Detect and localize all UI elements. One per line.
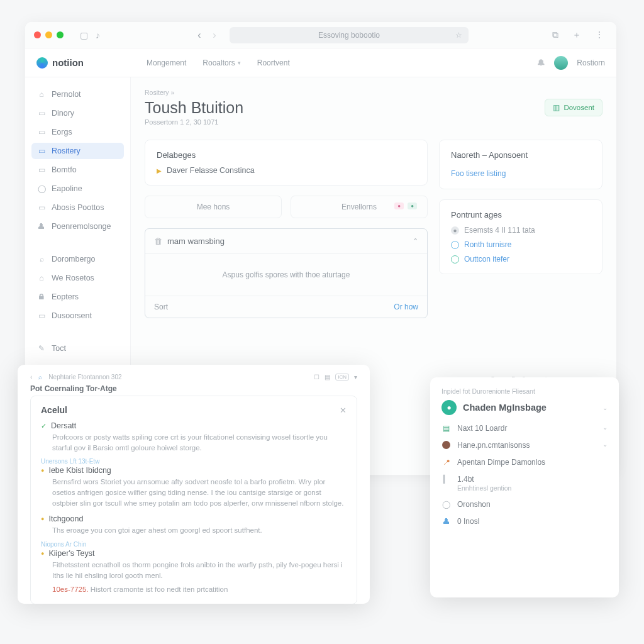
trash-icon: 🗑︎ xyxy=(154,236,162,246)
database-row[interactable]: ▶ Daver Felasse Constinca xyxy=(157,166,416,175)
page-subtitle: Possertorn 1 2, 30 1071 xyxy=(145,118,243,126)
titlebar: ▢ ♪ ‹ › Essoving bobootio ☆ ⧉ ＋ ⋮ xyxy=(25,22,616,48)
sidebar-item-werosetos[interactable]: ⌂We Rosetos xyxy=(31,270,124,286)
new-tab-icon[interactable]: ＋ xyxy=(569,30,585,41)
nav-forward-button[interactable]: › xyxy=(207,28,222,43)
bookmark-icon[interactable]: ☆ xyxy=(455,31,462,40)
menu-icon[interactable]: ⋮ xyxy=(591,30,608,41)
sidebar-item-eapoline[interactable]: ◯Eapoline xyxy=(31,180,124,197)
top-tabs: Mongement Rooaltors▾ Roortvent xyxy=(147,58,290,67)
dot-icon: ● xyxy=(451,226,459,235)
list-item[interactable]: ▎1.4btEnnhtinesl gention xyxy=(441,475,608,492)
searchbar-text: Essoving bobootio xyxy=(318,31,380,40)
mini-tag: ● xyxy=(408,203,417,209)
person-icon: 👤︎ xyxy=(37,222,46,231)
warning-panel: 🗑︎ mam wamsbing ⌃ Aspus golfis spores wi… xyxy=(145,228,428,318)
list-item[interactable]: Outtcon itefer xyxy=(451,255,591,264)
toolbar-icon[interactable]: ☐ xyxy=(314,374,319,380)
home-icon: ⌂ xyxy=(37,90,46,99)
avatar[interactable] xyxy=(554,56,568,70)
username[interactable]: Rostiorn xyxy=(577,58,605,67)
doc-icon: ▭ xyxy=(37,109,46,118)
tab-card-meehons[interactable]: Mee hons xyxy=(145,196,282,218)
listing-link[interactable]: Foo tisere listing xyxy=(451,169,506,178)
entry-title: Iebe Kbist Ibidcng xyxy=(48,466,111,475)
pencil-icon: ✎ xyxy=(37,344,46,353)
mini-tag: ● xyxy=(394,203,404,209)
entry-title: Kiiper's Teyst xyxy=(48,549,94,558)
tab-card-envellorns[interactable]: Envellorns ● ● xyxy=(291,196,428,218)
list-item[interactable]: 📍︎Apentan Dimpe Damonlos xyxy=(441,458,608,467)
panel-crumb: Inpidel fot Durorenionte Fliesant xyxy=(441,387,608,395)
sidebar-toggle-icon[interactable]: ▢ xyxy=(76,30,92,40)
entry-body: Fithetsstent ecnatholl os thorm pongine … xyxy=(52,560,347,580)
sidebar-item-dorombergo[interactable]: ⌕Dorombergo xyxy=(31,251,124,267)
maximize-window-icon[interactable] xyxy=(57,31,64,38)
entry-body: Ths eroage you con gtoi ager ahest om go… xyxy=(52,525,347,536)
chevron-down-icon[interactable]: ▾ xyxy=(354,374,357,380)
close-icon[interactable]: ✕ xyxy=(340,406,347,415)
entry-title: Itchgoond xyxy=(48,514,83,523)
breadcrumb[interactable]: Rositery » xyxy=(145,89,602,96)
tab-management[interactable]: Mongement xyxy=(147,58,186,67)
pin-icon: 📍︎ xyxy=(441,458,451,467)
chevron-down-icon: ▾ xyxy=(238,60,241,66)
sidebar-item-abosis[interactable]: ▭Abosis Poottos xyxy=(31,199,124,216)
sort-button[interactable]: Sort xyxy=(154,303,168,311)
bar-icon: ▎ xyxy=(441,475,451,484)
sidebar-item-toct[interactable]: ✎Toct xyxy=(31,340,124,357)
bell-icon[interactable]: 🔔︎ xyxy=(536,58,545,68)
lock-icon: 🔒︎ xyxy=(37,292,46,301)
sidebar-item-bomtfo[interactable]: ▭Bomtfo xyxy=(31,162,124,178)
back-icon[interactable]: ‹ xyxy=(30,374,32,380)
card-title: Pontrunt ages xyxy=(451,210,591,219)
sidebar-item-pernolot[interactable]: ⌂Pernolot xyxy=(31,86,124,103)
modal: Acelul ✕ ✓Dersatt Profcoors or posty wat… xyxy=(30,396,357,604)
chevron-down-icon[interactable]: ⌄ xyxy=(602,404,608,411)
ok-button[interactable]: Or how xyxy=(394,303,418,311)
list-item[interactable]: ▤Naxt 10 Loardr⌄ xyxy=(441,424,608,433)
doc-icon: ▭ xyxy=(37,128,46,136)
nav-back-button[interactable]: ‹ xyxy=(192,28,207,43)
list-item[interactable]: Ronth turnisre xyxy=(451,240,591,249)
triangle-icon: ▶ xyxy=(157,167,162,174)
search-icon: ⌕ xyxy=(37,255,46,264)
url-searchbar[interactable]: Essoving bobootio ☆ xyxy=(230,27,469,43)
entry-meta: Niopons Ar Chin xyxy=(41,541,347,548)
page-title: Toush Btuition xyxy=(145,99,243,117)
minimize-window-icon[interactable] xyxy=(45,31,52,38)
profile-panel: Inpidel fot Durorenionte Fliesant ● Chad… xyxy=(430,377,619,597)
entry-title: Dersatt xyxy=(51,421,76,430)
entry-body: Profcoors or posty watts spiling core cr… xyxy=(52,432,347,453)
sidebar-item-eopters[interactable]: 🔒︎Eopters xyxy=(31,289,124,305)
chevron-icon: ⌄ xyxy=(602,441,608,448)
brand-logo[interactable]: notiion xyxy=(36,57,84,69)
avatar[interactable]: ● xyxy=(441,400,457,415)
sidebar-item-dusoorsent[interactable]: ▭Dusoorsent xyxy=(31,308,124,324)
toolbar-icon[interactable]: ICN xyxy=(335,374,349,380)
panel-header[interactable]: 🗑︎ mam wamsbing ⌃ xyxy=(145,229,427,254)
pontrunt-card: Pontrunt ages ●Esemsts 4 II 111 tata Ron… xyxy=(439,199,602,274)
tab-rootvent[interactable]: Roortvent xyxy=(257,58,290,67)
close-window-icon[interactable] xyxy=(34,31,41,38)
copy-icon[interactable]: ⧉ xyxy=(548,30,562,41)
note-icon[interactable]: ♪ xyxy=(92,30,104,40)
footer-grey: Histort cramonte ist foo nedt iten prtca… xyxy=(91,586,228,593)
list-item[interactable]: 👤︎0 Inosl xyxy=(441,517,608,526)
toolbar-icon[interactable]: ▤ xyxy=(325,374,330,380)
sidebar-item-dinory[interactable]: ▭Dinory xyxy=(31,105,124,121)
list-item[interactable]: ●Esemsts 4 II 111 tata xyxy=(451,226,591,235)
chevron-up-icon[interactable]: ⌃ xyxy=(413,237,418,245)
consulting-panel: ‹ ⌕ Nephtarie Ftontannon 302 ☐ ▤ ICN ▾ P… xyxy=(18,365,370,604)
sidebar-item-eorgs[interactable]: ▭Eorgs xyxy=(31,124,124,140)
sidebar-item-rositery[interactable]: ▭Rositery xyxy=(31,143,124,159)
sidebar-item-poenremo[interactable]: 👤︎Poenremolsonge xyxy=(31,218,124,235)
databases-card: Delabeges ▶ Daver Felasse Constinca xyxy=(145,140,428,186)
list-item[interactable]: Hane.pn.cmtanisonss⌄ xyxy=(441,441,608,450)
tab-realtors[interactable]: Rooaltors▾ xyxy=(203,58,240,67)
download-button[interactable]: ▥ Dovosent xyxy=(545,99,602,116)
list-item[interactable]: ◯Oronshon xyxy=(441,500,608,509)
search-icon[interactable]: ⌕ xyxy=(38,374,42,380)
download-icon: ▥ xyxy=(553,103,560,112)
doc-icon: ▭ xyxy=(37,203,46,212)
